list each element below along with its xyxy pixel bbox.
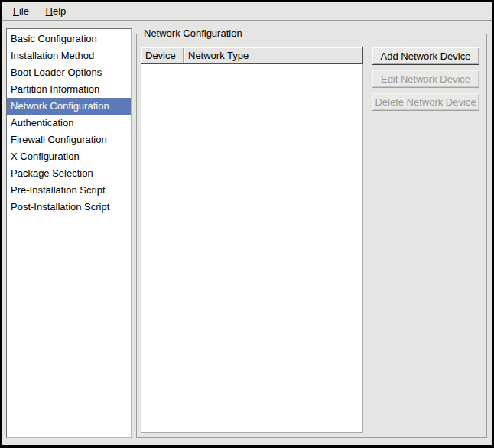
sidebar-item-boot-loader-options[interactable]: Boot Loader Options [7, 64, 131, 81]
sidebar-item-package-selection[interactable]: Package Selection [7, 165, 131, 182]
device-table-header: Device Network Type [141, 47, 363, 64]
kickstart-configurator-window: File Help Basic Configuration Installati… [0, 0, 494, 448]
column-header-network-type[interactable]: Network Type [184, 47, 362, 63]
menu-file[interactable]: File [6, 2, 36, 21]
sidebar-item-basic-configuration[interactable]: Basic Configuration [7, 31, 131, 47]
sidebar-item-post-installation-script[interactable]: Post-Installation Script [7, 199, 131, 216]
window-content: File Help Basic Configuration Installati… [2, 2, 492, 445]
section-list: Basic Configuration Installation Method … [6, 28, 132, 438]
column-header-device[interactable]: Device [141, 47, 184, 63]
sidebar-item-pre-installation-script[interactable]: Pre-Installation Script [7, 182, 131, 199]
edit-network-device-button[interactable]: Edit Network Device [372, 70, 479, 88]
delete-network-device-button[interactable]: Delete Network Device [372, 93, 479, 111]
sidebar-item-partition-information[interactable]: Partition Information [7, 81, 131, 98]
network-device-list[interactable] [141, 64, 363, 433]
sidebar-item-installation-method[interactable]: Installation Method [7, 47, 131, 64]
sidebar-item-firewall-configuration[interactable]: Firewall Configuration [7, 131, 131, 148]
sidebar-item-authentication[interactable]: Authentication [7, 115, 131, 131]
frame-title: Network Configuration [141, 28, 245, 40]
sidebar-item-network-configuration[interactable]: Network Configuration [7, 98, 131, 115]
add-network-device-button[interactable]: Add Network Device [372, 47, 479, 65]
menu-help[interactable]: Help [39, 2, 73, 21]
menubar: File Help [2, 2, 492, 21]
sidebar-item-x-configuration[interactable]: X Configuration [7, 148, 131, 165]
